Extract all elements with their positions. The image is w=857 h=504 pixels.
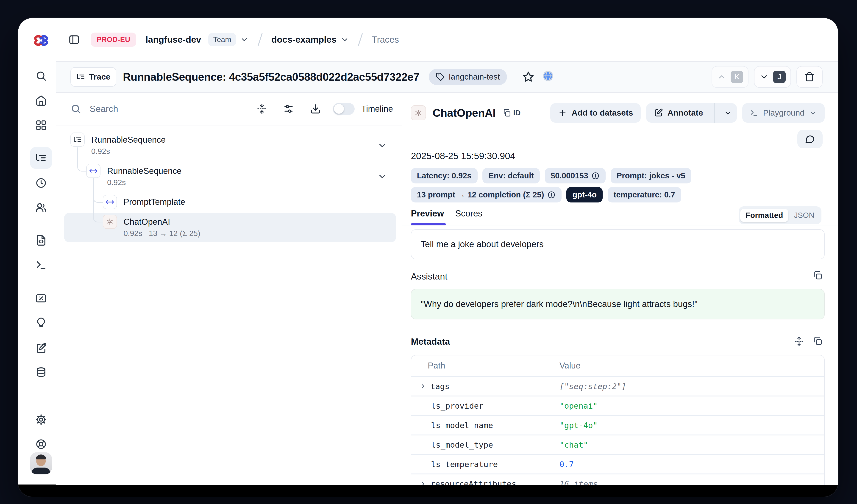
clock-icon xyxy=(35,177,47,189)
sidebar-item-sessions[interactable] xyxy=(35,177,47,189)
sidebar-item-support[interactable] xyxy=(35,438,47,450)
sidebar-item-search[interactable] xyxy=(35,70,47,82)
tree-search-input[interactable] xyxy=(88,103,256,115)
metadata-row[interactable]: tags ["seq:step:2"] xyxy=(411,377,824,397)
move-horizontal-icon xyxy=(89,167,98,175)
metadata-value: 0.7 xyxy=(559,460,574,469)
environment-badge: Env: default xyxy=(483,168,540,184)
org-switcher-chevron[interactable] xyxy=(240,35,249,44)
metadata-table-header: Path Value xyxy=(411,355,824,377)
trace-title-bar: Trace RunnableSequence: 4c35a5f52ca0588d… xyxy=(56,61,838,93)
view-mode-json[interactable]: JSON xyxy=(788,209,820,222)
add-to-datasets-button[interactable]: Add to datasets xyxy=(550,103,641,123)
metadata-value: "gpt-4o" xyxy=(559,421,598,430)
timeline-toggle[interactable] xyxy=(333,103,355,115)
latency-badge: Latency: 0.92s xyxy=(411,168,477,184)
terminal-icon xyxy=(750,108,759,117)
playground-button[interactable]: Playground xyxy=(742,103,825,123)
sidebar-item-users[interactable] xyxy=(35,202,47,213)
bookmark-star-button[interactable] xyxy=(522,71,534,83)
column-path: Path xyxy=(428,361,559,370)
view-mode-formatted[interactable]: Formatted xyxy=(740,209,789,222)
plus-icon xyxy=(558,108,567,118)
sidebar-item-playground[interactable] xyxy=(35,259,47,271)
metadata-value: ["seq:step:2"] xyxy=(559,382,626,391)
breadcrumb-org[interactable]: langfuse-dev xyxy=(146,34,201,45)
prev-trace-button[interactable]: K xyxy=(711,66,749,88)
metadata-value: "chat" xyxy=(559,440,588,449)
node-label: PromptTemplate xyxy=(123,196,185,208)
tree-node-prompt-template[interactable]: PromptTemplate xyxy=(103,195,185,209)
langfuse-logo[interactable] xyxy=(33,34,49,50)
percent-card-icon xyxy=(35,293,47,304)
comments-button[interactable] xyxy=(797,130,823,149)
sidebar-item-dashboards[interactable] xyxy=(35,120,47,131)
chevron-down-icon xyxy=(377,140,387,151)
collapse-vertical-icon[interactable] xyxy=(256,103,267,115)
prompt-badge[interactable]: Prompt: jokes - v5 xyxy=(611,168,691,184)
temperature-badge: temperature: 0.7 xyxy=(608,187,681,203)
chevron-down-icon xyxy=(240,35,249,44)
unfold-vertical-icon xyxy=(794,336,804,346)
node-label: ChatOpenAI xyxy=(123,216,200,228)
breadcrumb-project[interactable]: docs-examples xyxy=(271,34,337,45)
info-icon xyxy=(591,172,600,180)
model-badge[interactable]: gpt-4o xyxy=(566,187,603,203)
user-message-text: Tell me a joke about developers xyxy=(421,239,544,249)
metadata-row: ls_model_name "gpt-4o" xyxy=(411,416,824,435)
tab-scores[interactable]: Scores xyxy=(455,208,483,219)
project-switcher-chevron[interactable] xyxy=(340,35,349,44)
gear-icon xyxy=(35,414,47,425)
copy-id-button[interactable]: ID xyxy=(502,108,521,117)
sidebar-item-settings[interactable] xyxy=(35,414,47,425)
trace-tree-icon xyxy=(35,152,47,164)
collapse-node-chevron[interactable] xyxy=(377,171,387,181)
settings-sliders-icon[interactable] xyxy=(283,103,294,115)
sidebar-item-datasets[interactable] xyxy=(35,367,47,378)
panel-left-toggle[interactable] xyxy=(68,34,80,46)
collapse-node-chevron[interactable] xyxy=(377,140,387,151)
sidebar-item-annotation[interactable] xyxy=(35,342,47,354)
tree-node-root[interactable]: RunnableSequence 0.92s xyxy=(70,133,166,157)
database-icon xyxy=(35,367,47,378)
tag-icon xyxy=(436,72,444,81)
annotate-button[interactable]: Annotate xyxy=(646,103,709,123)
sidebar-item-prompts[interactable] xyxy=(35,234,47,246)
tab-preview[interactable]: Preview xyxy=(411,208,444,219)
desktop-background: PROD-EU langfuse-dev Team docs-examples … xyxy=(0,0,857,504)
delete-trace-button[interactable] xyxy=(796,66,823,88)
user-avatar[interactable] xyxy=(30,452,52,474)
token-usage-badge[interactable]: 13 prompt → 12 completion (Σ 25) xyxy=(411,187,561,203)
node-label: RunnableSequence xyxy=(91,134,166,145)
breadcrumb-page[interactable]: Traces xyxy=(372,34,399,45)
sidebar-item-evaluators[interactable] xyxy=(35,317,47,329)
clipboard-pen-icon xyxy=(35,342,47,354)
chevron-right-icon xyxy=(419,480,427,485)
breadcrumb-divider xyxy=(257,33,263,46)
column-value: Value xyxy=(559,361,581,370)
tree-node-chat-openai[interactable]: ChatOpenAI 0.92s 13 → 12 (Σ 25) xyxy=(103,215,200,239)
expand-metadata-button[interactable] xyxy=(794,336,804,346)
copy-icon xyxy=(813,336,823,346)
metadata-table: Path Value tags ["seq:step:2"] ls_provid… xyxy=(411,355,825,485)
lifebuoy-icon xyxy=(35,438,47,450)
cost-badge[interactable]: $0.000153 xyxy=(545,168,606,184)
chevron-up-icon xyxy=(717,72,726,82)
tree-node-child[interactable]: RunnableSequence 0.92s xyxy=(86,164,182,188)
trace-tag[interactable]: langchain-test xyxy=(429,69,507,85)
sidebar-item-home[interactable] xyxy=(35,95,47,106)
annotate-button-group: Annotate xyxy=(646,103,737,123)
sidebar-item-tracing[interactable] xyxy=(30,147,52,169)
metadata-row: ls_temperature 0.7 xyxy=(411,455,824,474)
download-icon[interactable] xyxy=(310,103,321,115)
sidebar-item-scores[interactable] xyxy=(35,293,47,304)
copy-assistant-button[interactable] xyxy=(813,270,823,280)
copy-metadata-button[interactable] xyxy=(813,336,823,346)
active-tab-indicator xyxy=(411,223,446,226)
copy-icon xyxy=(813,270,823,280)
next-trace-button[interactable]: J xyxy=(754,66,791,88)
annotate-dropdown-chevron[interactable] xyxy=(719,103,737,123)
node-duration: 0.92s xyxy=(91,145,110,157)
public-link-button[interactable] xyxy=(542,70,554,84)
metadata-row[interactable]: resourceAttributes 16 items xyxy=(411,474,824,485)
